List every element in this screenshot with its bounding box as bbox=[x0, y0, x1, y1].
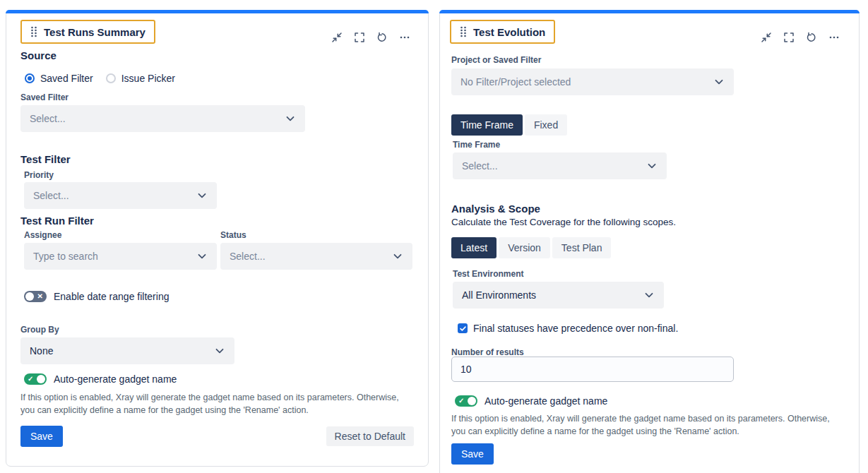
toggle-knob bbox=[468, 397, 476, 405]
source-radio-group: Saved Filter Issue Picker bbox=[25, 73, 175, 84]
toggle-knob bbox=[37, 375, 45, 383]
number-of-results-input[interactable] bbox=[451, 357, 734, 382]
select-value: All Environments bbox=[462, 289, 536, 301]
radio-option-issue-picker[interactable]: Issue Picker bbox=[106, 73, 175, 84]
select-value: None bbox=[30, 345, 53, 357]
select-placeholder: Type to search bbox=[33, 251, 98, 262]
gadget-panel-test-evolution: Test Evolution Project or Saved Filter N… bbox=[439, 10, 860, 473]
auto-generate-help-text: If this option is enabled, Xray will gen… bbox=[20, 391, 410, 417]
auto-generate-toggle-row: ✓ Auto-generate gadget name bbox=[24, 373, 177, 385]
tab-latest[interactable]: Latest bbox=[451, 237, 497, 258]
refresh-icon[interactable] bbox=[376, 32, 388, 43]
auto-generate-toggle[interactable]: ✓ bbox=[24, 373, 47, 385]
time-mode-tabs: Time Frame Fixed bbox=[451, 114, 567, 136]
toggle-knob bbox=[25, 292, 34, 301]
select-placeholder: Select... bbox=[30, 113, 66, 124]
collapse-icon[interactable] bbox=[331, 32, 343, 43]
chevron-down-icon bbox=[214, 345, 225, 357]
more-icon[interactable] bbox=[399, 32, 410, 43]
panel-accent-bar bbox=[439, 10, 860, 13]
fullscreen-icon[interactable] bbox=[783, 32, 795, 43]
select-placeholder: Select... bbox=[33, 190, 69, 201]
auto-generate-help-text: If this option is enabled, Xray will gen… bbox=[451, 412, 841, 438]
assignee-select[interactable]: Type to search bbox=[24, 243, 217, 270]
auto-generate-toggle-row: ✓ Auto-generate gadget name bbox=[455, 395, 607, 407]
refresh-icon[interactable] bbox=[806, 32, 817, 43]
final-statuses-checkbox[interactable] bbox=[458, 323, 468, 333]
select-placeholder: Select... bbox=[230, 251, 266, 262]
tab-time-frame[interactable]: Time Frame bbox=[451, 114, 523, 136]
chevron-down-icon bbox=[196, 251, 208, 262]
select-placeholder: No Filter/Project selected bbox=[460, 76, 571, 88]
panel-accent-bar bbox=[6, 10, 429, 13]
radio-option-saved-filter[interactable]: Saved Filter bbox=[25, 73, 93, 84]
gadget-title: Test Runs Summary bbox=[44, 26, 145, 38]
status-select[interactable]: Select... bbox=[220, 243, 412, 270]
time-frame-select[interactable]: Select... bbox=[453, 152, 667, 179]
chevron-down-icon bbox=[392, 251, 403, 262]
gadget-title-box: Test Runs Summary bbox=[20, 20, 155, 44]
scope-tabs: Latest Version Test Plan bbox=[451, 237, 611, 258]
test-run-filter-heading: Test Run Filter bbox=[20, 215, 94, 227]
gadget-panel-test-runs-summary: Test Runs Summary Source Saved Filter Is… bbox=[6, 10, 429, 467]
reset-to-default-button[interactable]: Reset to Default bbox=[326, 426, 414, 446]
save-button[interactable]: Save bbox=[451, 443, 494, 465]
saved-filter-select[interactable]: Select... bbox=[20, 105, 305, 132]
toggle-check-icon: ✓ bbox=[28, 374, 33, 384]
test-environment-select[interactable]: All Environments bbox=[453, 282, 664, 309]
gadget-header-actions bbox=[331, 32, 410, 43]
source-heading: Source bbox=[20, 49, 57, 61]
test-environment-label: Test Environment bbox=[453, 269, 523, 279]
radio-label: Issue Picker bbox=[121, 73, 175, 84]
project-filter-select[interactable]: No Filter/Project selected bbox=[451, 68, 734, 95]
chevron-down-icon bbox=[713, 76, 725, 88]
collapse-icon[interactable] bbox=[761, 32, 772, 43]
chevron-down-icon bbox=[646, 160, 658, 172]
check-icon bbox=[459, 325, 467, 333]
auto-generate-toggle[interactable]: ✓ bbox=[455, 395, 477, 407]
gadget-title-box: Test Evolution bbox=[450, 20, 555, 44]
auto-generate-toggle-label: Auto-generate gadget name bbox=[54, 373, 177, 385]
fullscreen-icon[interactable] bbox=[354, 32, 365, 43]
number-of-results-label: Number of results bbox=[451, 347, 524, 357]
analysis-scope-description: Calculate the Test Coverage for the foll… bbox=[451, 217, 676, 227]
gadget-title: Test Evolution bbox=[473, 26, 545, 38]
auto-generate-toggle-label: Auto-generate gadget name bbox=[484, 395, 607, 407]
toggle-check-icon: ✓ bbox=[458, 396, 464, 406]
toggle-cross-icon: ✕ bbox=[37, 292, 43, 301]
save-button[interactable]: Save bbox=[20, 426, 63, 447]
tab-fixed[interactable]: Fixed bbox=[525, 114, 567, 136]
tab-version[interactable]: Version bbox=[499, 237, 550, 258]
radio-selected-icon bbox=[25, 73, 35, 83]
analysis-scope-heading: Analysis & Scope bbox=[451, 203, 540, 215]
gadget-header-actions bbox=[761, 32, 840, 43]
time-frame-label: Time Frame bbox=[453, 140, 500, 150]
group-by-label: Group By bbox=[20, 325, 59, 335]
priority-select[interactable]: Select... bbox=[24, 182, 217, 209]
final-statuses-checkbox-row: Final statuses have precedence over non-… bbox=[458, 323, 678, 334]
date-range-toggle-label: Enable date range filtering bbox=[54, 291, 169, 302]
test-filter-heading: Test Filter bbox=[20, 153, 71, 165]
chevron-down-icon bbox=[643, 289, 655, 301]
final-statuses-checkbox-label: Final statuses have precedence over non-… bbox=[473, 323, 678, 334]
date-range-toggle[interactable]: ✕ bbox=[24, 291, 47, 302]
radio-unselected-icon bbox=[106, 73, 116, 83]
group-by-select[interactable]: None bbox=[20, 337, 234, 364]
more-icon[interactable] bbox=[828, 32, 840, 43]
radio-label: Saved Filter bbox=[40, 73, 93, 84]
status-label: Status bbox=[220, 230, 246, 240]
tab-test-plan[interactable]: Test Plan bbox=[552, 237, 612, 258]
drag-handle-icon[interactable] bbox=[30, 26, 37, 37]
select-placeholder: Select... bbox=[462, 160, 498, 172]
project-filter-label: Project or Saved Filter bbox=[451, 55, 541, 65]
drag-handle-icon[interactable] bbox=[460, 26, 467, 37]
chevron-down-icon bbox=[196, 190, 208, 201]
priority-label: Priority bbox=[24, 170, 54, 180]
chevron-down-icon bbox=[285, 113, 296, 124]
date-range-toggle-row: ✕ Enable date range filtering bbox=[24, 291, 169, 302]
assignee-label: Assignee bbox=[24, 230, 61, 240]
saved-filter-label: Saved Filter bbox=[20, 92, 69, 102]
